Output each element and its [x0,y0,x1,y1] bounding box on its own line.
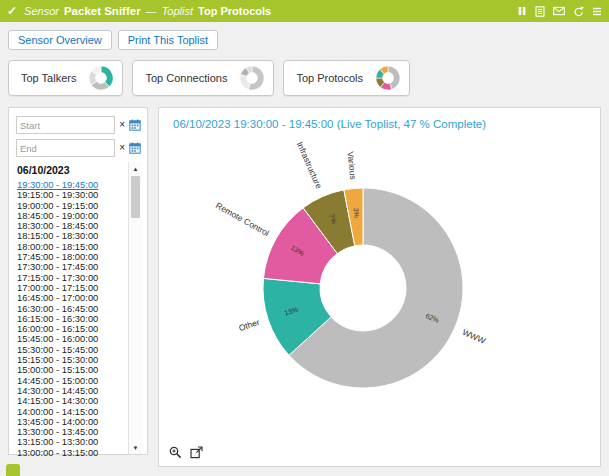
tab-label: Top Talkers [21,72,76,84]
start-field-row: × [16,116,141,134]
breadcrumb-type-label: Sensor [24,5,59,17]
scrollbar-thumb[interactable] [131,176,140,218]
interval-list: 19:30:00 - 19:45:0019:15:00 - 19:30:0019… [15,180,127,458]
toplist-tabs: Top Talkers Top Connections Top Protocol… [0,54,609,107]
content-area: × × 06/10/2023 19:30:00 - 19:45:0019:15:… [0,107,609,467]
zoom-icon[interactable] [169,446,182,459]
end-date-input[interactable] [16,139,115,157]
interval-list-region: 06/10/2023 19:30:00 - 19:45:0019:15:00 -… [15,162,142,454]
tab-label: Top Protocols [296,72,363,84]
report-icon[interactable] [535,6,545,17]
start-date-input[interactable] [16,116,115,134]
interval-item[interactable]: 14:15:00 - 14:30:00 [15,396,127,406]
breadcrumb-section-label: Toplist [162,5,193,17]
tab-top-protocols[interactable]: Top Protocols [283,60,410,96]
chart-label: Infrastructure [294,140,324,190]
scroll-up-icon[interactable]: ▲ [129,162,142,175]
scroll-down-icon[interactable]: ▼ [129,441,142,454]
clear-start-icon[interactable]: × [119,120,125,130]
tab-label: Top Connections [145,72,227,84]
sensor-status-bar: ✓ Sensor Packet Sniffer — Toplist Top Pr… [0,0,609,22]
mail-icon[interactable] [553,6,565,16]
chart-label: Other [237,317,260,333]
protocol-donut[interactable]: 62%WWW13%Other13%Remote Control7%Infrast… [163,130,597,440]
calendar-icon[interactable] [129,119,141,131]
menu-icon[interactable] [592,7,602,16]
prtg-toplist-page: ✓ Sensor Packet Sniffer — Toplist Top Pr… [0,0,609,476]
chart-actions [169,446,203,459]
calendar-icon[interactable] [129,142,141,154]
sensor-overview-button[interactable]: Sensor Overview [8,30,112,50]
pause-icon[interactable] [517,6,527,16]
tab-top-talkers[interactable]: Top Talkers [8,60,123,96]
clear-end-icon[interactable]: × [119,143,125,153]
print-toplist-button[interactable]: Print This Toplist [118,30,218,50]
chart-label: Various [345,151,358,180]
breadcrumb-separator: — [146,5,157,17]
date-header: 06/10/2023 [15,162,127,180]
chart-label: 3% [352,207,360,218]
end-field-row: × [16,139,141,157]
page-title: Top Protocols [198,5,271,17]
scrollbar[interactable]: ▲ ▼ [128,162,142,454]
open-in-new-icon[interactable] [190,446,203,459]
header-actions [517,6,602,17]
refresh-icon[interactable] [573,6,584,17]
tab-top-connections[interactable]: Top Connections [132,60,274,96]
feedback-corner-button[interactable] [6,464,20,476]
interval-item[interactable]: 13:00:00 - 13:15:00 [15,448,127,458]
status-check-icon: ✓ [7,4,17,18]
mini-donut-icon [375,65,401,91]
mini-donut-icon [88,65,114,91]
breadcrumb-sensor-name[interactable]: Packet Sniffer [64,5,141,17]
chart-label: Remote Control [214,200,271,238]
interval-sidebar: × × 06/10/2023 19:30:00 - 19:45:0019:15:… [8,107,148,455]
chart-label: WWW [460,327,486,346]
chart-title: 06/10/2023 19:30:00 - 19:45:00 (Live Top… [159,108,600,130]
toolbar: Sensor Overview Print This Toplist [0,22,609,54]
toplist-chart-card: 06/10/2023 19:30:00 - 19:45:00 (Live Top… [158,107,601,467]
mini-donut-icon [239,65,265,91]
